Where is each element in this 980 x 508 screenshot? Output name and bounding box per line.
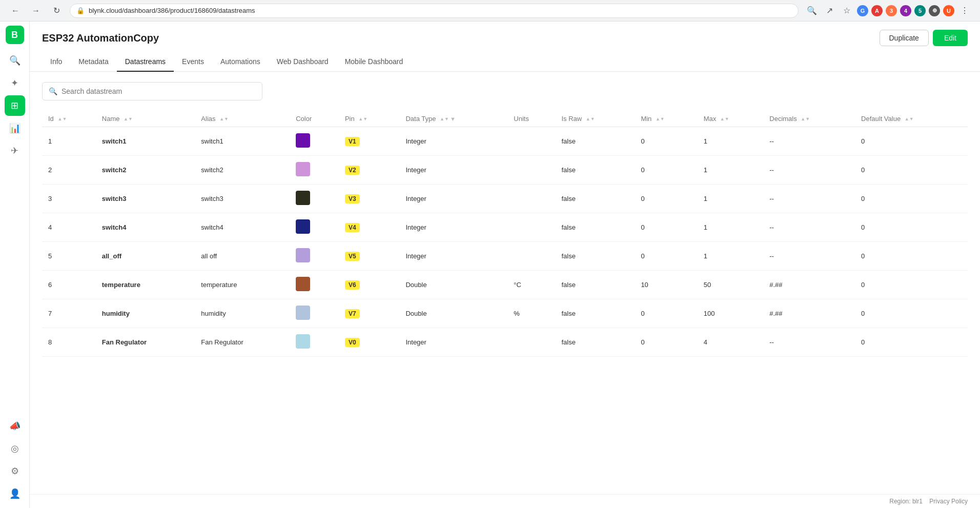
privacy-policy-link[interactable]: Privacy Policy xyxy=(929,498,968,505)
table-row: 1 switch1 switch1 V1 Integer false 0 1 -… xyxy=(42,127,968,156)
col-default-value: Default Value ▲▼ xyxy=(855,111,968,127)
more-button[interactable]: ⋮ xyxy=(957,4,972,18)
sort-alias[interactable]: ▲▼ xyxy=(219,117,229,121)
sidebar-item-search[interactable]: 🔍 xyxy=(5,50,25,71)
cell-max: 1 xyxy=(698,127,764,156)
pin-badge: V0 xyxy=(345,338,360,347)
search-input[interactable] xyxy=(62,87,256,95)
filter-data-type[interactable]: ▼ xyxy=(450,116,456,122)
cell-alias: humidity xyxy=(195,299,290,328)
cell-alias: switch1 xyxy=(195,127,290,156)
cell-pin: V7 xyxy=(339,299,400,328)
cell-data-type: Integer xyxy=(399,328,507,357)
cell-color xyxy=(290,242,339,271)
cell-min: 0 xyxy=(635,127,697,156)
tab-datastreams[interactable]: Datastreams xyxy=(117,52,174,72)
sort-id[interactable]: ▲▼ xyxy=(57,117,67,121)
sort-data-type[interactable]: ▲▼ xyxy=(440,117,449,121)
app-container: B 🔍 ✦ ⊞ 📊 ✈ 📣 ◎ ⚙ 👤 ESP32 AutomationCopy… xyxy=(0,22,980,508)
tab-events[interactable]: Events xyxy=(174,52,212,72)
cell-max: 1 xyxy=(698,213,764,242)
tab-metadata[interactable]: Metadata xyxy=(70,52,116,72)
cell-color xyxy=(290,213,339,242)
cell-id: 7 xyxy=(42,299,96,328)
cell-pin: V4 xyxy=(339,213,400,242)
cell-data-type: Double xyxy=(399,299,507,328)
tab-info[interactable]: Info xyxy=(42,52,70,72)
header-actions: Duplicate Edit xyxy=(880,30,968,46)
cell-decimals: -- xyxy=(763,328,855,357)
sort-default-value[interactable]: ▲▼ xyxy=(905,117,914,121)
cell-id: 5 xyxy=(42,242,96,271)
cell-id: 6 xyxy=(42,271,96,299)
cell-name: humidity xyxy=(96,299,195,328)
lock-icon: 🔒 xyxy=(76,7,85,14)
ext-user: U xyxy=(943,5,954,16)
sidebar-item-automation[interactable]: ✦ xyxy=(5,73,25,93)
footer: Region: blr1 Privacy Policy xyxy=(30,494,980,508)
browser-chrome: ← → ↻ 🔒 blynk.cloud/dashboard/386/produc… xyxy=(0,0,980,22)
col-color: Color xyxy=(290,111,339,127)
cell-is-raw: false xyxy=(555,299,635,328)
sort-min[interactable]: ▲▼ xyxy=(656,117,665,121)
cell-is-raw: false xyxy=(555,242,635,271)
cell-decimals: -- xyxy=(763,185,855,213)
sort-name[interactable]: ▲▼ xyxy=(124,117,133,121)
cell-pin: V2 xyxy=(339,156,400,185)
edit-button[interactable]: Edit xyxy=(933,30,968,46)
table-header-row: Id ▲▼ Name ▲▼ Alias ▲▼ Color Pin ▲▼ Data… xyxy=(42,111,968,127)
sidebar-item-chart[interactable]: 📊 xyxy=(5,118,25,138)
cell-decimals: #.## xyxy=(763,271,855,299)
tab-automations[interactable]: Automations xyxy=(212,52,269,72)
search-container: 🔍 xyxy=(42,82,968,100)
search-wrapper: 🔍 xyxy=(42,82,262,100)
sidebar-item-megaphone[interactable]: 📣 xyxy=(5,416,25,436)
forward-button[interactable]: → xyxy=(29,4,43,18)
duplicate-button[interactable]: Duplicate xyxy=(880,30,929,46)
sidebar-item-settings-circle[interactable]: ◎ xyxy=(5,438,25,459)
sidebar-item-settings[interactable]: ⚙ xyxy=(5,461,25,481)
cell-pin: V1 xyxy=(339,127,400,156)
sidebar-item-grid[interactable]: ⊞ xyxy=(5,95,25,116)
cell-id: 2 xyxy=(42,156,96,185)
search-browser-button[interactable]: 🔍 xyxy=(805,4,819,18)
sidebar-item-user[interactable]: 👤 xyxy=(5,483,25,504)
cell-is-raw: false xyxy=(555,185,635,213)
ext-adobe: A xyxy=(871,5,883,16)
table-row: 3 switch3 switch3 V3 Integer false 0 1 -… xyxy=(42,185,968,213)
sort-decimals[interactable]: ▲▼ xyxy=(801,117,810,121)
pin-badge: V1 xyxy=(345,137,360,146)
address-bar[interactable]: 🔒 blynk.cloud/dashboard/386/product/1686… xyxy=(70,4,799,18)
sort-is-raw[interactable]: ▲▼ xyxy=(586,117,595,121)
sort-pin[interactable]: ▲▼ xyxy=(358,117,368,121)
col-min: Min ▲▼ xyxy=(635,111,697,127)
reload-button[interactable]: ↻ xyxy=(49,4,64,18)
ext-puzzle: ⊕ xyxy=(929,5,940,16)
cell-data-type: Integer xyxy=(399,185,507,213)
cell-is-raw: false xyxy=(555,127,635,156)
cell-color xyxy=(290,127,339,156)
tab-mobile-dashboard[interactable]: Mobile Dashboard xyxy=(337,52,412,72)
cell-is-raw: false xyxy=(555,156,635,185)
cell-min: 0 xyxy=(635,156,697,185)
cell-min: 0 xyxy=(635,213,697,242)
cell-data-type: Integer xyxy=(399,127,507,156)
col-name: Name ▲▼ xyxy=(96,111,195,127)
cell-units xyxy=(507,156,555,185)
share-button[interactable]: ↗ xyxy=(822,4,836,18)
cell-decimals: -- xyxy=(763,213,855,242)
cell-default-value: 0 xyxy=(855,213,968,242)
sort-max[interactable]: ▲▼ xyxy=(720,117,729,121)
sidebar-item-send[interactable]: ✈ xyxy=(5,140,25,161)
cell-id: 4 xyxy=(42,213,96,242)
col-max: Max ▲▼ xyxy=(698,111,764,127)
back-button[interactable]: ← xyxy=(8,4,23,18)
cell-alias: switch3 xyxy=(195,185,290,213)
cell-color xyxy=(290,328,339,357)
tab-web-dashboard[interactable]: Web Dashboard xyxy=(269,52,337,72)
cell-name: switch4 xyxy=(96,213,195,242)
cell-name: all_off xyxy=(96,242,195,271)
bookmark-button[interactable]: ☆ xyxy=(840,4,854,18)
cell-max: 1 xyxy=(698,185,764,213)
col-id: Id ▲▼ xyxy=(42,111,96,127)
